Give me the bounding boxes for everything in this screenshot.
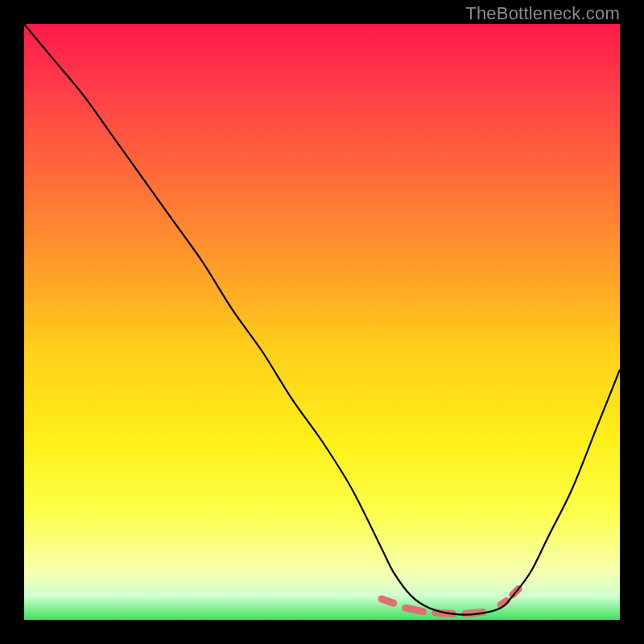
marker-segment [406, 608, 423, 611]
salmon-markers [382, 589, 518, 614]
chart-frame: TheBottleneck.com [0, 0, 644, 644]
curve-svg [24, 24, 620, 620]
marker-segment [382, 599, 394, 603]
watermark-text: TheBottleneck.com [465, 3, 620, 24]
curve-path [24, 24, 620, 615]
plot-area [24, 24, 620, 620]
